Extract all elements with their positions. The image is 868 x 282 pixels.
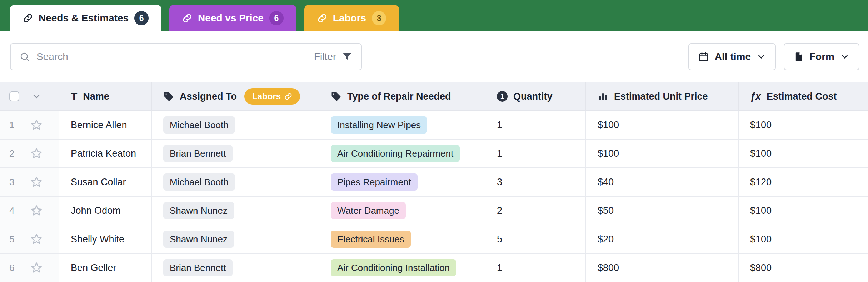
formula-icon: ƒx [750, 92, 761, 101]
column-header-quantity[interactable]: 1 Quantity [485, 82, 586, 110]
estimated-cost-cell[interactable]: $800 [739, 254, 868, 282]
star-icon[interactable] [30, 204, 43, 217]
repair-type-chip: Air Conditioning Repairment [331, 145, 460, 162]
calendar-icon [698, 51, 709, 62]
table-row[interactable]: 1 Bernice Allen Michael Booth Installing… [0, 111, 868, 140]
assigned-to-cell[interactable]: Shawn Nunez [152, 197, 319, 225]
records-table: T Name Assigned To Labors Type of Repair… [0, 82, 868, 282]
quantity-cell[interactable]: 2 [485, 197, 586, 225]
time-range-button[interactable]: All time [688, 43, 776, 70]
row-number: 5 [9, 234, 19, 245]
unit-price-cell[interactable]: $100 [586, 140, 739, 167]
repair-type-cell[interactable]: Pipes Repairment [319, 168, 485, 196]
tab-need-vs-price[interactable]: Need vs Price 6 [169, 5, 296, 31]
column-header-repair-type[interactable]: Type of Repair Needed [319, 82, 485, 110]
table-row[interactable]: 4 John Odom Shawn Nunez Water Damage 2 $… [0, 197, 868, 225]
assigned-to-cell[interactable]: Brian Bennett [152, 140, 319, 167]
repair-type-chip: Installing New Pipes [331, 116, 427, 134]
row-select-cell: 1 [0, 111, 59, 139]
search-input[interactable] [36, 51, 296, 62]
repair-type-cell[interactable]: Water Damage [319, 197, 485, 225]
table-header-row: T Name Assigned To Labors Type of Repair… [0, 82, 868, 111]
tab-label: Labors [333, 12, 366, 24]
star-icon[interactable] [30, 119, 43, 131]
row-select-cell: 2 [0, 140, 59, 167]
name-cell[interactable]: Bernice Allen [59, 111, 152, 139]
quantity-cell[interactable]: 1 [485, 140, 586, 167]
row-number: 1 [9, 120, 19, 131]
estimated-cost-cell[interactable]: $100 [739, 111, 868, 139]
estimated-cost-cell[interactable]: $100 [739, 225, 868, 253]
number-icon: 1 [497, 91, 508, 102]
row-number: 2 [9, 148, 19, 159]
unit-price-cell[interactable]: $50 [586, 197, 739, 225]
estimated-cost-cell[interactable]: $100 [739, 140, 868, 167]
search-box [11, 44, 305, 70]
select-all-checkbox[interactable] [9, 91, 19, 101]
filter-button[interactable]: Filter [305, 44, 361, 70]
column-label: Type of Repair Needed [347, 91, 451, 102]
estimated-cost-cell[interactable]: $120 [739, 168, 868, 196]
assigned-to-cell[interactable]: Brian Bennett [152, 254, 319, 282]
star-icon[interactable] [30, 233, 43, 246]
star-icon[interactable] [30, 261, 43, 274]
chevron-down-icon[interactable] [31, 91, 41, 101]
chevron-down-icon [840, 52, 849, 61]
tab-label: Need vs Price [198, 12, 264, 24]
quantity-cell[interactable]: 1 [485, 254, 586, 282]
table-row[interactable]: 3 Susan Collar Michael Booth Pipes Repai… [0, 168, 868, 197]
repair-type-cell[interactable]: Air Conditioning Installation [319, 254, 485, 282]
assignee-chip: Michael Booth [163, 116, 235, 134]
quantity-cell[interactable]: 5 [485, 225, 586, 253]
quantity-cell[interactable]: 1 [485, 111, 586, 139]
column-header-assigned-to[interactable]: Assigned To Labors [152, 82, 319, 110]
name-cell[interactable]: Ben Geller [59, 254, 152, 282]
repair-type-cell[interactable]: Electrical Issues [319, 225, 485, 253]
table-row[interactable]: 2 Patricia Keaton Brian Bennett Air Cond… [0, 140, 868, 168]
tab-count-badge: 3 [372, 11, 386, 25]
name-cell[interactable]: Patricia Keaton [59, 140, 152, 167]
link-icon [317, 13, 327, 23]
name-cell[interactable]: Shelly White [59, 225, 152, 253]
column-header-unit-price[interactable]: Estimated Unit Price [586, 82, 739, 110]
repair-type-chip: Electrical Issues [331, 231, 411, 248]
name-cell[interactable]: John Odom [59, 197, 152, 225]
unit-price-cell[interactable]: $40 [586, 168, 739, 196]
bar-chart-icon [598, 91, 608, 102]
star-icon[interactable] [30, 147, 43, 160]
tab-count-badge: 6 [134, 11, 149, 25]
repair-type-cell[interactable]: Installing New Pipes [319, 111, 485, 139]
star-icon[interactable] [30, 176, 43, 188]
assigned-to-cell[interactable]: Michael Booth [152, 168, 319, 196]
tab-labors[interactable]: Labors 3 [304, 5, 399, 31]
unit-price-cell[interactable]: $100 [586, 111, 739, 139]
estimated-cost-cell[interactable]: $100 [739, 197, 868, 225]
name-cell[interactable]: Susan Collar [59, 168, 152, 196]
unit-price-cell[interactable]: $20 [586, 225, 739, 253]
column-header-estimated-cost[interactable]: ƒx Estimated Cost [739, 82, 868, 110]
table-row[interactable]: 6 Ben Geller Brian Bennett Air Condition… [0, 254, 868, 282]
column-label: Estimated Cost [767, 91, 837, 102]
link-icon [182, 13, 192, 23]
form-document-icon [794, 52, 804, 62]
column-header-name[interactable]: T Name [59, 82, 152, 110]
tab-needs-estimates[interactable]: Needs & Estimates 6 [10, 5, 161, 31]
link-icon [284, 92, 292, 100]
chevron-down-icon [757, 52, 766, 61]
column-label: Quantity [513, 91, 553, 102]
quantity-cell[interactable]: 3 [485, 168, 586, 196]
repair-type-cell[interactable]: Air Conditioning Repairment [319, 140, 485, 167]
form-button[interactable]: Form [784, 43, 859, 70]
table-row[interactable]: 5 Shelly White Shawn Nunez Electrical Is… [0, 225, 868, 254]
assignee-chip: Shawn Nunez [163, 231, 234, 248]
repair-type-chip: Pipes Repairment [331, 173, 418, 191]
assigned-to-cell[interactable]: Michael Booth [152, 111, 319, 139]
linked-table-badge[interactable]: Labors [244, 88, 300, 105]
toolbar: Filter All time Form [0, 31, 868, 82]
assignee-chip: Brian Bennett [163, 259, 233, 276]
assigned-to-cell[interactable]: Shawn Nunez [152, 225, 319, 253]
row-select-cell: 6 [0, 254, 59, 282]
unit-price-cell[interactable]: $800 [586, 254, 739, 282]
time-range-label: All time [715, 51, 751, 62]
row-select-cell: 4 [0, 197, 59, 225]
